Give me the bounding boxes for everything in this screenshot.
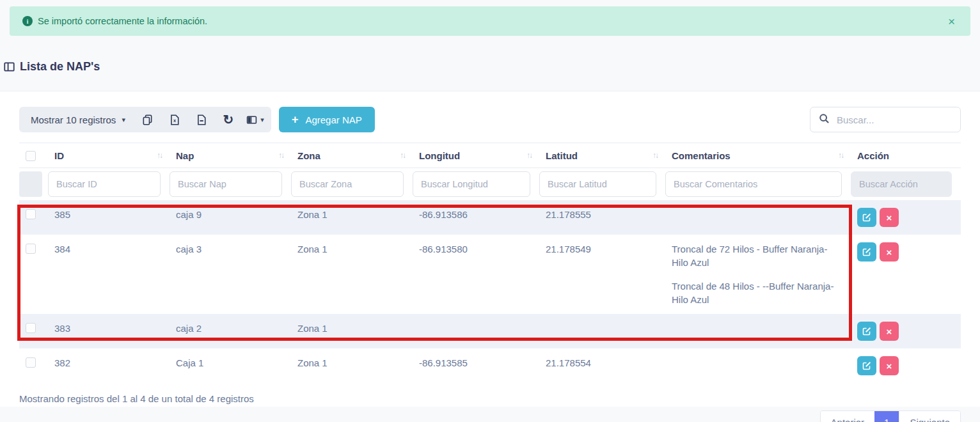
pagination-next[interactable]: Siguiente (899, 411, 960, 422)
cell-longitud (413, 314, 539, 348)
edit-button[interactable] (857, 208, 876, 227)
cell-comentarios (665, 314, 851, 348)
pdf-export-button[interactable] (188, 107, 215, 132)
header-accion: Acción (851, 143, 961, 168)
cell-id: 382 (48, 348, 170, 383)
edit-icon (862, 327, 871, 336)
pagination-page-1[interactable]: 1 (874, 411, 899, 422)
row-checkbox[interactable] (26, 244, 36, 254)
cell-zona: Zona 1 (291, 348, 413, 383)
delete-button[interactable]: × (880, 242, 899, 262)
select-all-checkbox[interactable] (26, 151, 36, 161)
filter-accion-input (851, 171, 952, 197)
cell-zona: Zona 1 (291, 314, 413, 348)
header-id[interactable]: ID↑↓ (48, 143, 170, 168)
row-checkbox[interactable] (26, 209, 36, 219)
cell-latitud (539, 314, 665, 348)
cell-comentarios (665, 348, 851, 383)
table-row: 384 caja 3 Zona 1 -86.913580 21.178549 T… (19, 235, 961, 314)
cell-nap: caja 2 (170, 314, 291, 348)
filter-comentarios-input[interactable] (665, 171, 842, 197)
page-title: Lista de NAP's (20, 60, 100, 74)
edit-icon (862, 361, 871, 370)
filter-longitud-input[interactable] (413, 171, 530, 197)
cell-nap: caja 9 (170, 200, 291, 235)
delete-button[interactable]: × (880, 322, 899, 341)
row-actions: × (857, 242, 954, 262)
pagination-previous[interactable]: Anterior (821, 411, 875, 422)
page: i Se importó correctamente la informació… (0, 6, 980, 422)
table-toolbar: Mostrar 10 registros ▾ (19, 107, 961, 132)
excel-export-button[interactable]: x (161, 107, 188, 132)
edit-button[interactable] (857, 242, 876, 262)
header-comentarios[interactable]: Comentarios↑↓ (665, 143, 851, 168)
row-checkbox[interactable] (26, 357, 36, 368)
page-title-row: Lista de NAP's (4, 59, 980, 74)
row-actions: × (857, 208, 954, 227)
chevron-down-icon: ▾ (122, 116, 125, 124)
sort-icon: ↑↓ (838, 151, 844, 160)
page-length-dropdown[interactable]: Mostrar 10 registros ▾ (22, 107, 134, 132)
column-visibility-button[interactable]: ▾ (242, 107, 269, 132)
sort-icon: ↑↓ (400, 151, 406, 160)
table-icon (4, 61, 15, 72)
table-header-row: ID↑↓ Nap↑↓ Zona↑↓ Longitud↑↓ Latitud↑↓ (19, 143, 961, 168)
records-info: Mostrando registros del 1 al 4 de un tot… (19, 393, 961, 404)
global-search-box (810, 107, 961, 132)
add-nap-label: Agregar NAP (305, 114, 361, 125)
pdf-export-icon (196, 114, 207, 125)
row-actions: × (857, 356, 954, 375)
filter-id-input[interactable] (48, 171, 161, 197)
row-checkbox[interactable] (26, 323, 36, 333)
header-nap[interactable]: Nap↑↓ (170, 143, 291, 168)
alert-message: Se importó correctamente la información. (38, 16, 207, 26)
nap-table: ID↑↓ Nap↑↓ Zona↑↓ Longitud↑↓ Latitud↑↓ (19, 143, 961, 383)
cell-id: 383 (48, 314, 170, 348)
add-nap-button[interactable]: + Agregar NAP (279, 107, 375, 132)
cell-nap: Caja 1 (170, 348, 291, 383)
comment-line: Troncal de 48 Hilos - --Buffer Naranja- … (672, 279, 844, 306)
delete-button[interactable]: × (880, 356, 899, 375)
row-actions: × (857, 322, 954, 341)
cell-comentarios (665, 200, 851, 235)
cell-latitud: 21.178555 (539, 200, 665, 235)
plus-icon: + (292, 114, 299, 125)
table-row: 382 Caja 1 Zona 1 -86.913585 21.178554 (19, 348, 961, 383)
success-alert: i Se importó correctamente la informació… (10, 6, 970, 36)
alert-close-button[interactable]: × (945, 13, 958, 30)
page-length-label: Mostrar 10 registros (31, 114, 116, 125)
filter-zona-input[interactable] (291, 171, 404, 197)
cell-id: 384 (48, 235, 170, 314)
table-row: 385 caja 9 Zona 1 -86.913586 21.178555 (19, 200, 961, 235)
cell-longitud: -86.913586 (413, 200, 539, 235)
cell-longitud: -86.913580 (413, 235, 539, 314)
comment-line: Troncal de 72 Hilos - Buffer Naranja- Hi… (672, 242, 844, 269)
header-longitud[interactable]: Longitud↑↓ (413, 143, 539, 168)
search-icon (819, 113, 830, 127)
filter-latitud-input[interactable] (539, 171, 656, 197)
cell-id: 385 (48, 200, 170, 235)
sort-icon: ↑↓ (526, 151, 533, 160)
header-select-all (19, 143, 48, 168)
delete-button[interactable]: × (880, 208, 899, 227)
column-visibility-icon (246, 114, 257, 125)
edit-icon (862, 247, 871, 256)
header-zona[interactable]: Zona↑↓ (291, 143, 413, 168)
filter-nap-input[interactable] (170, 171, 282, 197)
edit-button[interactable] (857, 356, 876, 375)
cell-comentarios: Troncal de 72 Hilos - Buffer Naranja- Hi… (665, 235, 851, 314)
excel-export-icon: x (170, 114, 180, 125)
info-icon: i (22, 16, 33, 26)
table-tools-group: Mostrar 10 registros ▾ (19, 107, 271, 132)
refresh-button[interactable]: ↻ (215, 107, 242, 132)
edit-button[interactable] (857, 322, 876, 341)
cell-zona: Zona 1 (291, 235, 413, 314)
global-search-input[interactable] (837, 114, 952, 125)
cell-longitud: -86.913585 (413, 348, 539, 383)
copy-button[interactable] (134, 107, 161, 132)
sort-icon: ↑↓ (652, 151, 659, 160)
header-latitud[interactable]: Latitud↑↓ (539, 143, 665, 168)
cell-nap: caja 3 (170, 235, 291, 314)
sort-icon: ↑↓ (157, 151, 163, 160)
cell-zona: Zona 1 (291, 200, 413, 235)
